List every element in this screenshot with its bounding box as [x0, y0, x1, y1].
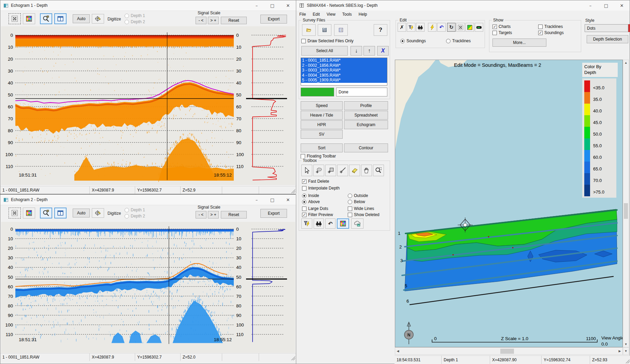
resize-grip[interactable]	[626, 359, 630, 363]
palette-button[interactable]	[23, 208, 35, 218]
below-radio[interactable]: Below	[348, 199, 365, 204]
help-button[interactable]: ?	[374, 24, 387, 36]
signal-scale-reset-button[interactable]: Reset	[221, 211, 247, 218]
depth-selection-button[interactable]: Depth Selection	[587, 35, 628, 43]
survey-file-item[interactable]: 4 - 0004_1905.RAW*	[301, 73, 387, 78]
depth-band-button[interactable]	[475, 23, 483, 32]
large-dots-checkbox[interactable]: Large Dots	[302, 206, 328, 211]
cloud-save-button[interactable]	[351, 218, 363, 229]
signal-scale-inc-button[interactable]: > +	[208, 211, 219, 218]
main-titlebar[interactable]: SBMAX64 - Network SBES.log - Depth – □ ✕	[296, 0, 630, 11]
above-radio[interactable]: Above	[302, 199, 320, 204]
map-hscrollbar[interactable]: ◀ ▶	[395, 347, 623, 355]
rect-add-tool[interactable]	[325, 165, 336, 176]
panel-button-heave-tide[interactable]: Heave / Tide	[301, 111, 343, 120]
depth2-radio[interactable]: Depth 2	[125, 214, 145, 218]
menu-tools[interactable]: Tools	[339, 11, 355, 18]
delete-file-button[interactable]: X	[377, 46, 389, 56]
menu-edit[interactable]: Edit	[309, 11, 323, 18]
panel-button-hpr[interactable]: HPR	[301, 120, 343, 129]
fit-view-button[interactable]	[9, 208, 21, 218]
survey-file-list[interactable]: 1 - 0001_1851.RAW*2 - 0002_1856.RAW*3 - …	[301, 58, 387, 86]
maximize-button[interactable]: □	[264, 0, 280, 11]
auto-filter-button[interactable]	[301, 218, 312, 229]
digitize-cursor-button[interactable]	[92, 208, 104, 218]
select-expand-button[interactable]	[456, 23, 465, 32]
resize-grip[interactable]	[291, 356, 295, 360]
auto-button[interactable]: Auto	[73, 14, 90, 23]
show-tracklines-checkbox[interactable]: Tracklines	[538, 24, 563, 29]
draw-selected-checkbox[interactable]: Draw Selected Files Only	[301, 39, 354, 43]
echogram1-chart[interactable]: 0010102020303040405050606070708080909010…	[1, 26, 295, 185]
show-soundings-checkbox[interactable]: ✓Soundings	[538, 30, 564, 35]
more-button[interactable]: More...	[492, 39, 546, 47]
maximize-button[interactable]: □	[264, 195, 280, 205]
depth1-radio[interactable]: Depth 1	[125, 208, 145, 212]
file-list-button[interactable]	[334, 24, 348, 36]
map-canvas[interactable]: Edit Mode = Soundings, MaxBeams = 212356…	[395, 60, 622, 347]
auto-filter-button2[interactable]	[407, 23, 415, 32]
echogram1-titlebar[interactable]: Echogram 1 - Depth–□✕	[0, 0, 296, 11]
map-vscrollbar[interactable]: ▲ ▼	[623, 60, 629, 347]
select-tool[interactable]	[301, 165, 312, 176]
wide-lines-checkbox[interactable]: Wide Lines	[348, 206, 374, 211]
survey-file-item[interactable]: 1 - 0001_1851.RAW*	[301, 58, 387, 63]
panel-button-spreadsheet[interactable]: Spreadsheet	[344, 111, 388, 120]
delete-soundings-button[interactable]: ✗	[398, 23, 406, 32]
matrix-color-button[interactable]	[466, 23, 474, 32]
lasso-add-tool[interactable]	[313, 165, 324, 176]
minimize-button[interactable]: –	[249, 0, 264, 11]
scroll-right-icon[interactable]: ▶	[617, 348, 622, 354]
undo-button[interactable]: ↶	[325, 218, 335, 229]
zoom-window-tool[interactable]	[373, 165, 384, 176]
inside-radio[interactable]: Inside	[302, 193, 319, 198]
fast-delete-checkbox[interactable]: ✓Fast Delete	[302, 179, 329, 184]
floating-toolbar-checkbox[interactable]: Floating Toolbar	[301, 154, 336, 158]
signal-scale-dec-button[interactable]: - <	[196, 211, 206, 218]
move-down-button[interactable]: ↓	[350, 46, 362, 56]
survey-file-item[interactable]: 3 - 0003_1900.RAW*	[301, 68, 387, 73]
interpolate-depth-checkbox[interactable]: Interpolate Depth	[302, 186, 340, 191]
panel-button-sort[interactable]: Sort	[301, 143, 343, 152]
show-deleted-checkbox[interactable]: Show Deleted	[348, 212, 380, 217]
menu-file[interactable]: File	[296, 11, 309, 18]
scroll-corner[interactable]: ▼	[623, 347, 629, 355]
maximize-button[interactable]: □	[598, 0, 614, 11]
depth1-radio[interactable]: Depth 1	[125, 13, 145, 18]
style-color-swatch[interactable]	[628, 24, 630, 32]
echogram2-chart[interactable]: 0010102020303040405050606070708080909010…	[1, 222, 295, 353]
survey-file-item[interactable]: 2 - 0002_1856.RAW*	[301, 63, 387, 68]
save-button[interactable]	[318, 24, 331, 36]
signal-scale-reset-button[interactable]: Reset	[221, 17, 247, 24]
digitize-cursor-button[interactable]	[92, 14, 104, 24]
minimize-button[interactable]: –	[249, 195, 264, 205]
search-button[interactable]	[314, 218, 324, 229]
scroll-left-icon[interactable]: ◀	[395, 348, 401, 354]
eraser-tool[interactable]	[349, 165, 360, 176]
signal-scale-dec-button[interactable]: - <	[196, 17, 206, 24]
map-viewport[interactable]: Edit Mode = Soundings, MaxBeams = 212356…	[395, 60, 623, 347]
panel-button-echogram[interactable]: Echogram	[344, 120, 388, 129]
lightning-button[interactable]	[428, 23, 436, 32]
filter-preview-checkbox[interactable]: ✓Filter Preview	[302, 212, 333, 217]
minimize-button[interactable]: –	[583, 0, 598, 11]
signal-scale-inc-button[interactable]: > +	[208, 17, 219, 24]
zoom-lock-button[interactable]	[40, 208, 52, 218]
export-button[interactable]: Export	[260, 15, 287, 24]
panel-button-contour[interactable]: Contour	[344, 143, 388, 152]
show-charts-checkbox[interactable]: ✓Charts	[492, 24, 511, 29]
undo-button2[interactable]: ↶	[437, 23, 446, 32]
zoom-lock-button[interactable]	[40, 13, 52, 24]
pan-tool[interactable]	[361, 165, 372, 176]
close-button[interactable]: ✕	[614, 0, 630, 11]
palette-button[interactable]	[23, 13, 35, 24]
redo-button[interactable]: ↻	[447, 23, 456, 32]
style-dropdown[interactable]: Dots	[585, 24, 628, 32]
panel-button-profile[interactable]: Profile	[344, 101, 388, 110]
resize-grip[interactable]	[291, 189, 295, 193]
close-button[interactable]: ✕	[280, 0, 296, 11]
move-up-button[interactable]: ↑	[363, 46, 375, 56]
line-add-tool[interactable]	[337, 165, 348, 176]
scroll-down-icon[interactable]: ▼	[623, 342, 629, 347]
menu-help[interactable]: Help	[355, 11, 371, 18]
